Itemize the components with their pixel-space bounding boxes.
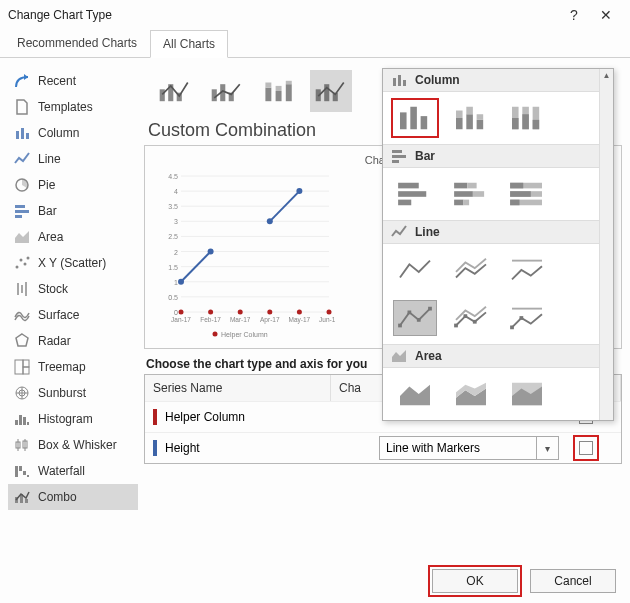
series-name: Helper Column xyxy=(165,402,379,432)
flyout-scrollbar[interactable]: ▲ xyxy=(599,69,613,420)
chart-type-option-stacked100-column[interactable] xyxy=(505,100,549,136)
sidebar-item-label: Combo xyxy=(38,490,77,504)
combo-subtype-1[interactable] xyxy=(154,70,196,112)
flyout-category-bar: Bar xyxy=(383,144,599,168)
sidebar-item-label: Sunburst xyxy=(38,386,86,400)
sidebar-item-boxwhisker[interactable]: Box & Whisker xyxy=(8,432,138,458)
svg-rect-123 xyxy=(510,183,523,189)
sidebar-item-sunburst[interactable]: Sunburst xyxy=(8,380,138,406)
chart-type-option-line[interactable] xyxy=(393,252,437,288)
chart-type-option-stacked100-line[interactable] xyxy=(505,252,549,288)
sidebar-item-pie[interactable]: Pie xyxy=(8,172,138,198)
sidebar-item-label: Bar xyxy=(38,204,57,218)
chart-type-option-clustered-column[interactable] xyxy=(393,100,437,136)
svg-rect-1 xyxy=(21,128,24,139)
tab-all-charts[interactable]: All Charts xyxy=(150,30,228,58)
ok-button[interactable]: OK xyxy=(432,569,518,593)
svg-rect-111 xyxy=(392,155,406,158)
sidebar-item-stock[interactable]: Stock xyxy=(8,276,138,302)
scroll-up-icon: ▲ xyxy=(603,69,611,82)
sidebar-item-radar[interactable]: Radar xyxy=(8,328,138,354)
column-icon xyxy=(391,72,407,88)
sidebar-item-label: Area xyxy=(38,230,63,244)
header-series-name: Series Name xyxy=(145,375,331,401)
sidebar-item-area[interactable]: Area xyxy=(8,224,138,250)
histogram-icon xyxy=(14,411,30,427)
secondary-axis-checkbox[interactable] xyxy=(579,441,593,455)
chart-type-option-stacked-bar[interactable] xyxy=(449,176,493,212)
chart-type-option-area[interactable] xyxy=(393,376,437,412)
svg-rect-114 xyxy=(398,191,426,197)
svg-text:0.5: 0.5 xyxy=(168,294,178,301)
tab-recommended-charts[interactable]: Recommended Charts xyxy=(4,29,150,57)
sidebar-item-templates[interactable]: Templates xyxy=(8,94,138,120)
svg-text:Jan-17: Jan-17 xyxy=(171,316,191,323)
combo-subtype-custom[interactable] xyxy=(310,70,352,112)
chart-type-option-stacked-area[interactable] xyxy=(449,376,493,412)
waterfall-icon xyxy=(14,463,30,479)
sidebar-item-line[interactable]: Line xyxy=(8,146,138,172)
sidebar-item-recent[interactable]: Recent xyxy=(8,68,138,94)
svg-rect-97 xyxy=(421,116,428,129)
svg-point-90 xyxy=(213,332,218,337)
svg-rect-119 xyxy=(473,191,484,197)
main-area: Custom Combination Chart T 00.511.522.53… xyxy=(144,68,622,551)
close-button[interactable]: ✕ xyxy=(590,7,622,23)
flyout-category-label: Column xyxy=(415,73,460,87)
chart-type-option-stacked-line-markers[interactable] xyxy=(449,300,493,336)
help-button[interactable]: ? xyxy=(558,7,590,23)
combo-subtype-2[interactable] xyxy=(206,70,248,112)
combo-subtype-3[interactable] xyxy=(258,70,300,112)
svg-rect-92 xyxy=(393,78,396,86)
svg-rect-130 xyxy=(408,311,412,315)
sidebar-item-label: Stock xyxy=(38,282,68,296)
svg-text:Helper Column: Helper Column xyxy=(221,331,268,339)
flyout-category-label: Bar xyxy=(415,149,435,163)
sidebar-item-histogram[interactable]: Histogram xyxy=(8,406,138,432)
cancel-button[interactable]: Cancel xyxy=(530,569,616,593)
dialog-change-chart-type: Change Chart Type ? ✕ Recommended Charts… xyxy=(0,0,630,603)
svg-rect-2 xyxy=(26,133,29,139)
chart-type-option-clustered-bar[interactable] xyxy=(393,176,437,212)
svg-rect-48 xyxy=(286,81,292,84)
sidebar-item-label: X Y (Scatter) xyxy=(38,256,106,270)
svg-rect-110 xyxy=(392,150,402,153)
sidebar-item-column[interactable]: Column xyxy=(8,120,138,146)
svg-rect-15 xyxy=(15,360,23,374)
line-icon xyxy=(391,224,407,240)
sidebar-item-treemap[interactable]: Treemap xyxy=(8,354,138,380)
svg-point-76 xyxy=(297,310,302,315)
svg-rect-22 xyxy=(15,420,18,425)
chart-type-option-line-markers[interactable] xyxy=(393,300,437,336)
sidebar-item-label: Waterfall xyxy=(38,464,85,478)
flyout-items xyxy=(383,168,599,220)
treemap-icon xyxy=(14,359,30,375)
sidebar-item-scatter[interactable]: X Y (Scatter) xyxy=(8,250,138,276)
bar-icon xyxy=(391,148,407,164)
combo-icon xyxy=(14,489,30,505)
bar-icon xyxy=(14,203,30,219)
svg-rect-17 xyxy=(23,367,29,374)
sidebar-item-surface[interactable]: Surface xyxy=(8,302,138,328)
chart-type-option-stacked100-bar[interactable] xyxy=(505,176,549,212)
svg-rect-113 xyxy=(398,183,419,189)
series-chart-type-dropdown[interactable]: Line with Markers▾ xyxy=(379,436,559,460)
chart-type-option-stacked100-area[interactable] xyxy=(505,376,549,412)
dialog-tabs: Recommended Charts All Charts xyxy=(0,30,630,58)
chart-type-option-stacked100-line-markers[interactable] xyxy=(505,300,549,336)
svg-point-7 xyxy=(16,266,19,269)
chart-type-option-stacked-line[interactable] xyxy=(449,252,493,288)
recent-icon xyxy=(14,73,30,89)
sidebar-item-label: Radar xyxy=(38,334,71,348)
sidebar-item-combo[interactable]: Combo xyxy=(8,484,138,510)
sidebar-item-waterfall[interactable]: Waterfall xyxy=(8,458,138,484)
svg-rect-4 xyxy=(15,205,25,208)
svg-rect-135 xyxy=(473,320,477,324)
flyout-items xyxy=(383,368,599,420)
chart-type-option-stacked-column[interactable] xyxy=(449,100,493,136)
series-swatch xyxy=(153,409,157,425)
flyout-category-column: Column xyxy=(383,69,599,92)
sidebar-item-bar[interactable]: Bar xyxy=(8,198,138,224)
svg-rect-23 xyxy=(19,415,22,425)
svg-text:3.5: 3.5 xyxy=(168,203,178,210)
